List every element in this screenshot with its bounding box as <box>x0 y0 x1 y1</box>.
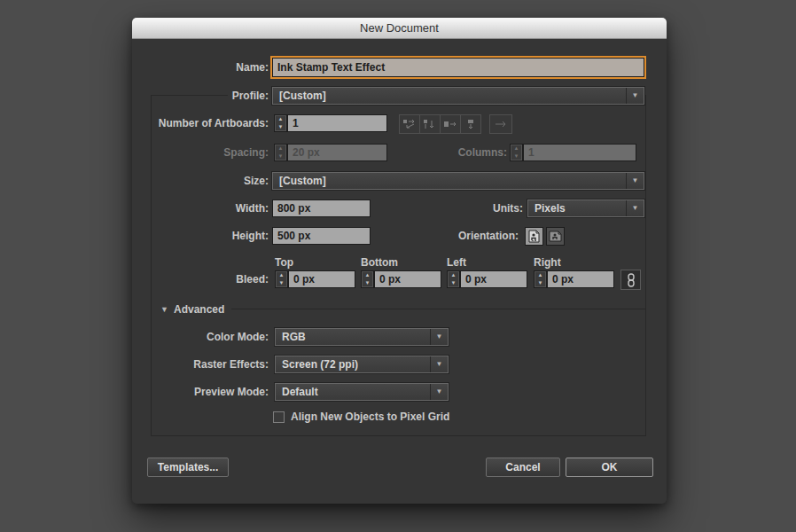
bleed-bottom-input[interactable] <box>374 270 441 288</box>
height-input[interactable] <box>272 227 371 245</box>
chevron-down-icon: ▼ <box>626 173 644 189</box>
stepper-up-icon[interactable]: ▲ <box>535 271 546 279</box>
stepper-down-icon[interactable]: ▼ <box>362 279 373 287</box>
chevron-down-icon: ▼ <box>626 88 644 104</box>
arrange-by-row-icon <box>443 119 457 129</box>
pixel-grid-checkbox[interactable] <box>273 411 285 423</box>
orientation-label: Orientation: <box>412 227 519 245</box>
raster-effects-dropdown[interactable]: Screen (72 ppi) ▼ <box>275 356 449 373</box>
profile-value: [Custom] <box>279 88 326 104</box>
stepper-down-icon[interactable]: ▼ <box>448 279 459 287</box>
profile-label: Profile: <box>136 87 269 105</box>
cancel-button[interactable]: Cancel <box>486 458 560 477</box>
size-label: Size: <box>136 172 269 190</box>
bleed-top-input[interactable] <box>288 270 355 288</box>
dialog-title: New Document <box>360 21 439 35</box>
orientation-landscape-button[interactable] <box>546 227 565 246</box>
advanced-divider <box>231 309 645 309</box>
arrange-by-column-icon <box>464 119 478 129</box>
name-input[interactable] <box>272 58 644 77</box>
new-document-dialog: New Document Name: Profile: [Custom] ▼ N… <box>132 18 667 504</box>
preview-mode-value: Default <box>282 384 318 400</box>
grid-by-row-button[interactable] <box>399 114 420 134</box>
stepper-down-icon: ▼ <box>511 153 522 160</box>
stepper-down-icon[interactable]: ▼ <box>275 123 286 131</box>
size-value: [Custom] <box>279 173 326 189</box>
stepper-up-icon: ▲ <box>275 145 286 153</box>
size-dropdown[interactable]: [Custom] ▼ <box>272 172 644 190</box>
stepper-up-icon[interactable]: ▲ <box>276 271 287 279</box>
width-label: Width: <box>136 200 269 217</box>
columns-input <box>523 144 636 161</box>
stepper-up-icon: ▲ <box>511 145 522 153</box>
stepper-down-icon[interactable]: ▼ <box>535 279 546 287</box>
layout-direction-button[interactable] <box>489 114 512 134</box>
units-value: Pixels <box>535 200 566 216</box>
stepper-up-icon[interactable]: ▲ <box>448 271 459 279</box>
preview-mode-label: Preview Mode: <box>136 383 269 401</box>
grid-by-column-button[interactable] <box>419 114 441 134</box>
chevron-down-icon: ▼ <box>430 384 448 400</box>
spacing-label: Spacing: <box>136 144 269 161</box>
spacing-stepper: ▲ ▼ <box>274 144 287 161</box>
artboards-input[interactable] <box>287 114 387 132</box>
bleed-right-input[interactable] <box>547 270 614 288</box>
dialog-titlebar[interactable]: New Document <box>132 18 667 39</box>
chain-link-icon <box>627 273 636 287</box>
arrange-by-row-button[interactable] <box>440 114 461 134</box>
bleed-label: Bleed: <box>136 270 269 288</box>
advanced-label[interactable]: Advanced <box>174 301 280 318</box>
color-mode-label: Color Mode: <box>136 328 269 346</box>
templates-button[interactable]: Templates... <box>147 458 229 477</box>
bleed-bottom-stepper[interactable]: ▲ ▼ <box>361 270 374 288</box>
stepper-up-icon[interactable]: ▲ <box>362 271 373 279</box>
bleed-top-stepper[interactable]: ▲ ▼ <box>275 270 288 288</box>
units-dropdown[interactable]: Pixels ▼ <box>527 200 644 217</box>
stepper-down-icon[interactable]: ▼ <box>276 279 287 287</box>
width-input[interactable] <box>272 200 371 217</box>
spacing-input <box>287 144 387 161</box>
advanced-disclosure-icon[interactable]: ▼ <box>160 303 168 316</box>
raster-effects-value: Screen (72 ppi) <box>282 356 358 372</box>
stepper-down-icon: ▼ <box>275 153 286 160</box>
artboards-stepper[interactable]: ▲ ▼ <box>274 114 287 132</box>
orientation-portrait-button[interactable] <box>525 227 543 246</box>
columns-stepper: ▲ ▼ <box>510 144 523 161</box>
bleed-right-stepper[interactable]: ▲ ▼ <box>534 270 547 288</box>
bleed-link-button[interactable] <box>620 270 641 290</box>
color-mode-dropdown[interactable]: RGB ▼ <box>275 328 449 346</box>
color-mode-value: RGB <box>282 329 306 345</box>
profile-dropdown[interactable]: [Custom] ▼ <box>272 87 644 105</box>
grid-by-row-icon <box>402 119 417 129</box>
units-label: Units: <box>417 200 523 217</box>
bleed-bottom-label: Bottom <box>361 256 432 269</box>
bleed-left-label: Left <box>447 256 518 269</box>
right-arrow-icon <box>494 119 508 129</box>
height-label: Height: <box>136 227 269 245</box>
bleed-right-label: Right <box>534 256 605 269</box>
preview-mode-dropdown[interactable]: Default ▼ <box>275 383 449 401</box>
stepper-up-icon[interactable]: ▲ <box>275 115 286 123</box>
bleed-left-stepper[interactable]: ▲ ▼ <box>447 270 460 288</box>
grid-by-column-icon <box>423 119 437 129</box>
landscape-page-icon <box>549 231 562 242</box>
ok-button[interactable]: OK <box>566 458 653 477</box>
chevron-down-icon: ▼ <box>430 356 448 372</box>
bleed-left-input[interactable] <box>460 270 527 288</box>
portrait-page-icon <box>528 230 540 243</box>
artboards-label: Number of Artboards: <box>136 114 269 132</box>
name-label: Name: <box>136 59 269 76</box>
arrange-by-column-button[interactable] <box>460 114 481 134</box>
columns-label: Columns: <box>401 144 507 161</box>
chevron-down-icon: ▼ <box>626 200 644 216</box>
raster-effects-label: Raster Effects: <box>136 356 269 373</box>
chevron-down-icon: ▼ <box>430 329 448 345</box>
pixel-grid-label: Align New Objects to Pixel Grid <box>291 411 557 424</box>
bleed-top-label: Top <box>275 256 346 269</box>
